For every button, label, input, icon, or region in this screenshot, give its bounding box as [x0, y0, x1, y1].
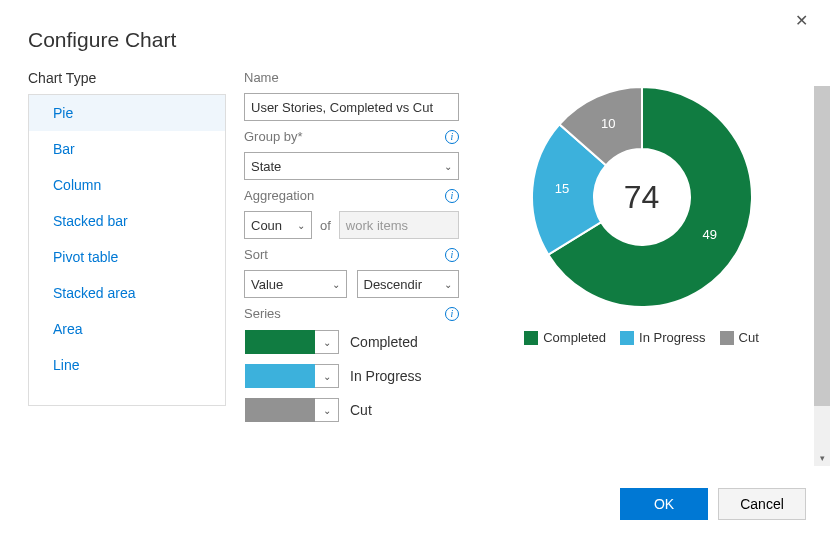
series-color-picker[interactable]: ⌄: [244, 363, 340, 389]
groupby-label: Group by* i: [244, 129, 459, 144]
aggregation-label: Aggregation i: [244, 188, 459, 203]
scrollbar-thumb[interactable]: [814, 86, 830, 406]
close-button[interactable]: ✕: [789, 10, 814, 31]
chart-legend: Completed In Progress Cut: [524, 330, 759, 345]
chart-type-item-pie[interactable]: Pie: [29, 95, 225, 131]
chart-type-item-bar[interactable]: Bar: [29, 131, 225, 167]
series-item: ⌄ In Progress: [244, 363, 459, 389]
chart-type-column: Chart Type Pie Bar Column Stacked bar Pi…: [28, 70, 226, 440]
aggregation-unit-input: work items: [339, 211, 459, 239]
dialog-footer: OK Cancel: [620, 488, 806, 520]
dialog-content: Chart Type Pie Bar Column Stacked bar Pi…: [28, 70, 806, 440]
chart-preview: 74 49 15 10 Completed In Progress Cut: [477, 70, 806, 440]
chart-type-item-column[interactable]: Column: [29, 167, 225, 203]
config-column: Name User Stories, Completed vs Cut Grou…: [244, 70, 459, 440]
chevron-down-icon: ⌄: [315, 330, 339, 354]
chevron-down-icon: ⌄: [444, 161, 452, 172]
chevron-down-icon: ⌄: [315, 364, 339, 388]
color-swatch: [245, 398, 315, 422]
legend-item: Completed: [524, 330, 606, 345]
name-input[interactable]: User Stories, Completed vs Cut: [244, 93, 459, 121]
legend-swatch: [620, 331, 634, 345]
legend-swatch: [720, 331, 734, 345]
donut-chart: 74 49 15 10: [527, 82, 757, 312]
cancel-button[interactable]: Cancel: [718, 488, 806, 520]
slice-label: 15: [555, 181, 569, 196]
series-label: Series i: [244, 306, 459, 321]
slice-label: 49: [702, 227, 716, 242]
name-label: Name: [244, 70, 459, 85]
series-item-label: Completed: [350, 334, 418, 350]
info-icon[interactable]: i: [445, 130, 459, 144]
chevron-down-icon: ⌄: [332, 279, 340, 290]
ok-button[interactable]: OK: [620, 488, 708, 520]
series-item: ⌄ Cut: [244, 397, 459, 423]
sort-row: Value ⌄ Descendir ⌄: [244, 270, 459, 298]
chevron-down-icon: ⌄: [315, 398, 339, 422]
aggregation-fn-select[interactable]: Coun ⌄: [244, 211, 312, 239]
legend-label: In Progress: [639, 330, 705, 345]
scroll-down-icon[interactable]: ▾: [814, 450, 830, 466]
legend-item: Cut: [720, 330, 759, 345]
series-color-picker[interactable]: ⌄: [244, 397, 340, 423]
legend-label: Cut: [739, 330, 759, 345]
chart-type-item-pivot-table[interactable]: Pivot table: [29, 239, 225, 275]
chevron-down-icon: ⌄: [444, 279, 452, 290]
chart-type-item-area[interactable]: Area: [29, 311, 225, 347]
legend-label: Completed: [543, 330, 606, 345]
sort-field-select[interactable]: Value ⌄: [244, 270, 347, 298]
series-color-picker[interactable]: ⌄: [244, 329, 340, 355]
chevron-down-icon: ⌄: [297, 220, 305, 231]
info-icon[interactable]: i: [445, 189, 459, 203]
dialog-title: Configure Chart: [28, 28, 806, 52]
sort-label: Sort i: [244, 247, 459, 262]
vertical-scrollbar[interactable]: ▾: [814, 86, 830, 450]
chart-type-label: Chart Type: [28, 70, 226, 86]
legend-swatch: [524, 331, 538, 345]
chart-type-list: Pie Bar Column Stacked bar Pivot table S…: [28, 94, 226, 406]
color-swatch: [245, 330, 315, 354]
aggregation-of-text: of: [320, 218, 331, 233]
series-item: ⌄ Completed: [244, 329, 459, 355]
sort-direction-select[interactable]: Descendir ⌄: [357, 270, 460, 298]
info-icon[interactable]: i: [445, 307, 459, 321]
color-swatch: [245, 364, 315, 388]
chart-type-item-stacked-bar[interactable]: Stacked bar: [29, 203, 225, 239]
donut-total: 74: [624, 179, 660, 216]
close-icon: ✕: [795, 12, 808, 29]
series-list: ⌄ Completed ⌄ In Progress ⌄ C: [244, 329, 459, 431]
chart-type-item-line[interactable]: Line: [29, 347, 225, 383]
legend-item: In Progress: [620, 330, 705, 345]
info-icon[interactable]: i: [445, 248, 459, 262]
slice-label: 10: [601, 116, 615, 131]
series-item-label: Cut: [350, 402, 372, 418]
configure-chart-dialog: ✕ Configure Chart Chart Type Pie Bar Col…: [0, 0, 834, 540]
groupby-select[interactable]: State ⌄: [244, 152, 459, 180]
aggregation-row: Coun ⌄ of work items: [244, 211, 459, 239]
series-item-label: In Progress: [350, 368, 422, 384]
chart-type-item-stacked-area[interactable]: Stacked area: [29, 275, 225, 311]
